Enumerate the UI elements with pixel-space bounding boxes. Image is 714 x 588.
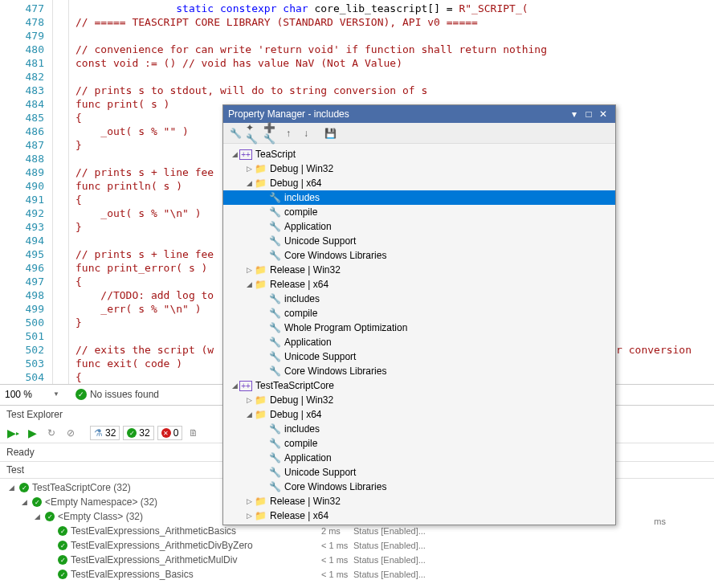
property-tree-item[interactable]: 🔧compile bbox=[223, 306, 615, 321]
property-tree-item[interactable]: 🔧Core Windows Libraries bbox=[223, 480, 615, 494]
zoom-level[interactable]: 100 % bbox=[5, 389, 53, 400]
property-tree-item[interactable]: 🔧Application bbox=[223, 219, 615, 234]
expand-icon[interactable]: ◢ bbox=[230, 150, 239, 158]
run-all-button[interactable]: ▶▸ bbox=[5, 425, 21, 441]
issues-indicator[interactable]: ✓ No issues found bbox=[75, 389, 159, 400]
code-line[interactable]: static constexpr char core_lib_teascript… bbox=[69, 2, 714, 15]
line-number: 500 bbox=[0, 316, 52, 329]
property-tree-item[interactable]: 🔧compile bbox=[223, 436, 615, 451]
repeat-button[interactable]: ↻ bbox=[43, 425, 59, 441]
wrench-icon: 🔧 bbox=[268, 481, 281, 492]
expand-icon[interactable]: ◢ bbox=[244, 280, 254, 288]
expand-icon[interactable]: ◢ bbox=[244, 410, 254, 419]
tree-item-label: Debug | x64 bbox=[270, 409, 322, 420]
expand-icon[interactable]: ▷ bbox=[244, 512, 254, 520]
property-tree-item[interactable]: 🔧Unicode Support bbox=[223, 234, 615, 248]
property-tree-item[interactable]: ▷📁Release | x64 bbox=[223, 508, 615, 523]
line-number: 482 bbox=[0, 70, 52, 84]
property-tree-item[interactable]: ▷📁Debug | Win32 bbox=[223, 393, 615, 407]
move-up-button[interactable]: ↑ bbox=[281, 126, 296, 141]
tree-item-label: Application bbox=[284, 452, 332, 463]
window-close-button[interactable]: ✕ bbox=[596, 108, 610, 120]
property-tree-item[interactable]: ▷📁Release | Win32 bbox=[223, 263, 615, 277]
passed-tests-metric[interactable]: ✓32 bbox=[123, 426, 153, 440]
project-icon: ++ bbox=[239, 149, 252, 160]
folder-icon: 📁 bbox=[254, 178, 267, 189]
folder-icon: 📁 bbox=[254, 264, 267, 276]
save-button[interactable]: 💾 bbox=[323, 126, 337, 141]
window-dropdown-icon[interactable]: ▾ bbox=[567, 108, 581, 120]
code-line[interactable] bbox=[69, 70, 714, 84]
folder-icon: 📁 bbox=[254, 163, 267, 174]
property-tree-item[interactable]: ▷📁Release | Win32 bbox=[223, 494, 615, 508]
run-button[interactable]: ▶ bbox=[24, 425, 40, 441]
property-tree-item[interactable]: ◢📁Debug | x64 bbox=[223, 176, 615, 190]
zoom-dropdown-icon[interactable]: ▼ bbox=[53, 390, 59, 398]
property-tree-item[interactable]: 🔧compile bbox=[223, 205, 615, 219]
code-line[interactable] bbox=[69, 29, 714, 43]
code-line[interactable]: // ===== TEASCRIPT CORE LIBRARY (STANDAR… bbox=[69, 15, 714, 29]
line-number: 493 bbox=[0, 220, 52, 234]
property-tree-item[interactable]: ▷📁Debug | Win32 bbox=[223, 161, 615, 176]
folder-icon: 📁 bbox=[254, 409, 267, 420]
property-tree-item[interactable]: ◢📁Release | x64 bbox=[223, 277, 615, 292]
tree-item-label: Whole Program Optimization bbox=[284, 322, 407, 333]
new-property-button[interactable]: ✦🔧 bbox=[246, 126, 260, 141]
failed-tests-metric[interactable]: ✕0 bbox=[157, 426, 183, 440]
property-tree-item[interactable]: ◢++TestTeaScriptCore bbox=[223, 378, 615, 393]
expand-icon[interactable]: ▷ bbox=[244, 266, 254, 274]
tree-item-label: TeaScript bbox=[255, 149, 296, 160]
check-icon: ✓ bbox=[75, 389, 87, 400]
window-titlebar[interactable]: Property Manager - includes ▾ □ ✕ bbox=[223, 105, 615, 123]
test-row[interactable]: ✓TestEvalExpressions_ArithmeticMulDiv< 1… bbox=[0, 553, 714, 567]
expand-icon[interactable]: ▷ bbox=[244, 396, 254, 404]
property-manager-window[interactable]: Property Manager - includes ▾ □ ✕ 🔧 ✦🔧 ➕… bbox=[222, 104, 616, 525]
property-tree-item[interactable]: 🔧Unicode Support bbox=[223, 349, 615, 364]
property-tree-item[interactable]: 🔧Unicode Support bbox=[223, 465, 615, 480]
expand-icon[interactable]: ▷ bbox=[244, 165, 254, 173]
test-status-col: Status [Enabled]... bbox=[353, 555, 426, 565]
window-maximize-button[interactable]: □ bbox=[581, 108, 596, 120]
tree-item-label: includes bbox=[284, 192, 320, 203]
code-line[interactable]: // prints s to stdout, will do to string… bbox=[69, 84, 714, 97]
line-number: 494 bbox=[0, 234, 52, 247]
expand-icon[interactable]: ◢ bbox=[32, 512, 42, 521]
total-tests-metric[interactable]: ⚗32 bbox=[90, 426, 120, 440]
property-tree[interactable]: ◢++TeaScript▷📁Debug | Win32◢📁Debug | x64… bbox=[223, 144, 615, 526]
property-tree-item[interactable]: 🔧Application bbox=[223, 335, 615, 349]
tree-item-label: Release | Win32 bbox=[270, 264, 341, 276]
wrench-button[interactable]: 🔧 bbox=[228, 126, 243, 141]
tree-item-label: Debug | Win32 bbox=[270, 394, 333, 406]
test-row[interactable]: ✓TestEvalExpressions_ArithmeticDivByZero… bbox=[0, 538, 714, 553]
move-down-button[interactable]: ↓ bbox=[299, 126, 313, 141]
property-tree-item[interactable]: ◢📁Debug | x64 bbox=[223, 407, 615, 422]
playlist-button[interactable]: 🗎 bbox=[186, 425, 202, 441]
expand-icon[interactable]: ◢ bbox=[244, 179, 254, 187]
test-row[interactable]: ✓TestEvalExpressions_Basics< 1 msStatus … bbox=[0, 567, 714, 582]
line-number: 487 bbox=[0, 138, 52, 152]
expand-icon[interactable]: ◢ bbox=[6, 484, 16, 492]
property-tree-item[interactable]: 🔧includes bbox=[223, 292, 615, 306]
expand-icon[interactable]: ◢ bbox=[230, 382, 239, 390]
property-tree-item[interactable]: 🔧includes bbox=[223, 422, 615, 436]
property-tree-item[interactable]: 🔧Whole Program Optimization bbox=[223, 321, 615, 335]
expand-icon[interactable]: ◢ bbox=[19, 498, 29, 506]
fold-margin bbox=[53, 0, 69, 384]
add-property-button[interactable]: ➕🔧 bbox=[263, 126, 278, 141]
stop-button[interactable]: ⊘ bbox=[63, 425, 79, 441]
property-tree-item[interactable]: 🔧Core Windows Libraries bbox=[223, 364, 615, 378]
property-tree-item[interactable]: 🔧includes bbox=[223, 190, 615, 205]
wrench-icon: 🔧 bbox=[268, 423, 281, 435]
window-title: Property Manager - includes bbox=[228, 108, 567, 120]
wrench-icon: 🔧 bbox=[268, 206, 281, 218]
property-tree-item[interactable]: 🔧Application bbox=[223, 451, 615, 465]
line-number: 499 bbox=[0, 302, 52, 316]
test-status-col: Status [Enabled]... bbox=[353, 541, 426, 550]
code-line[interactable]: const void := () // void has value NaV (… bbox=[69, 56, 714, 70]
property-tree-item[interactable]: 🔧Core Windows Libraries bbox=[223, 248, 615, 263]
fail-icon: ✕ bbox=[161, 428, 171, 438]
code-line[interactable]: // convenience for can write 'return voi… bbox=[69, 43, 714, 56]
tree-item-label: Application bbox=[284, 337, 332, 348]
property-tree-item[interactable]: ◢++TeaScript bbox=[223, 147, 615, 161]
expand-icon[interactable]: ▷ bbox=[244, 497, 254, 505]
